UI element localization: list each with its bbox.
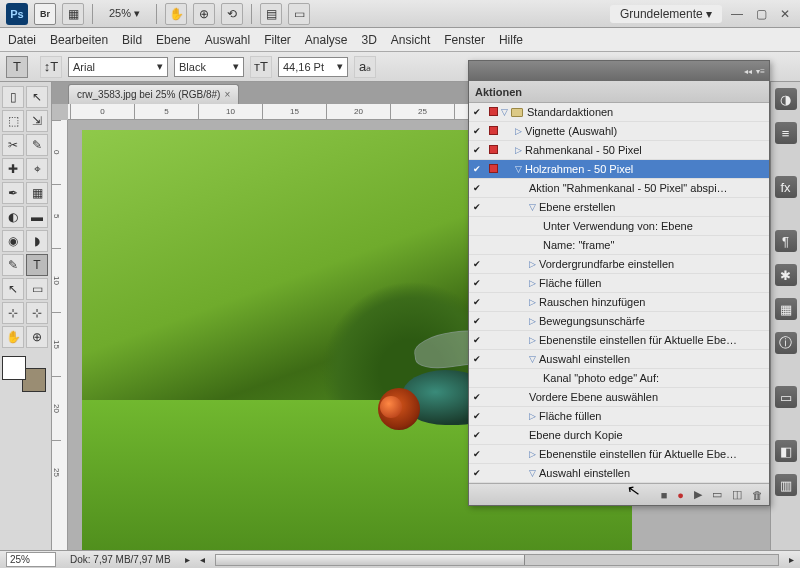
disclosure-icon[interactable]: ▽ [529, 468, 536, 478]
tool-eyedrop[interactable]: ✎ [26, 134, 48, 156]
tool-pen[interactable]: ✎ [2, 254, 24, 276]
action-row[interactable]: ✔Ebene durch Kopie [469, 426, 769, 445]
menu-datei[interactable]: Datei [8, 33, 36, 47]
workspace-selector[interactable]: Grundelemente ▾ [610, 5, 722, 23]
toggle-check[interactable]: ✔ [469, 335, 485, 345]
action-row[interactable]: ✔▷Ebenenstile einstellen für Aktuelle Eb… [469, 445, 769, 464]
screen-icon[interactable]: ▭ [288, 3, 310, 25]
tool-hand[interactable]: ✋ [2, 326, 24, 348]
menu-fenster[interactable]: Fenster [444, 33, 485, 47]
tool-shape[interactable]: ▭ [26, 278, 48, 300]
toggle-check[interactable]: ✔ [469, 278, 485, 288]
action-row[interactable]: ✔▷Vordergrundfarbe einstellen [469, 255, 769, 274]
disclosure-icon[interactable]: ▷ [529, 259, 536, 269]
modal-toggle[interactable] [485, 106, 501, 118]
dock-misc1-icon[interactable]: ▭ [775, 386, 797, 408]
tool-stamp[interactable]: ✒ [2, 182, 24, 204]
toggle-check[interactable]: ✔ [469, 449, 485, 459]
play-button[interactable]: ▶ [694, 488, 702, 501]
disclosure-icon[interactable]: ▷ [529, 335, 536, 345]
tool-move[interactable]: ▯ [2, 86, 24, 108]
rotate-icon[interactable]: ⟲ [221, 3, 243, 25]
toggle-check[interactable]: ✔ [469, 202, 485, 212]
menu-icon[interactable]: ▾≡ [756, 67, 765, 76]
toggle-check[interactable]: ✔ [469, 126, 485, 136]
menu-analyse[interactable]: Analyse [305, 33, 348, 47]
tool-lasso[interactable]: ⇲ [26, 110, 48, 132]
action-row[interactable]: Kanal "photo edge" Auf: [469, 369, 769, 388]
action-row[interactable]: Unter Verwendung von: Ebene [469, 217, 769, 236]
dock-swatches-icon[interactable]: ≡ [775, 122, 797, 144]
toggle-check[interactable]: ✔ [469, 468, 485, 478]
collapse-icon[interactable]: ◂◂ [744, 67, 752, 76]
menu-bild[interactable]: Bild [122, 33, 142, 47]
toggle-check[interactable]: ✔ [469, 297, 485, 307]
history-icon[interactable]: ▦ [62, 3, 84, 25]
action-row[interactable]: ✔Aktion "Rahmenkanal - 50 Pixel" abspi… [469, 179, 769, 198]
dock-styles-icon[interactable]: fx [775, 176, 797, 198]
text-orient-icon[interactable]: ↕T [40, 56, 62, 78]
toggle-check[interactable]: ✔ [469, 430, 485, 440]
menu-filter[interactable]: Filter [264, 33, 291, 47]
toggle-check[interactable]: ✔ [469, 259, 485, 269]
doc-info[interactable]: Dok: 7,97 MB/7,97 MB [66, 554, 175, 565]
tool-eraser[interactable]: ◐ [2, 206, 24, 228]
toggle-check[interactable]: ✔ [469, 145, 485, 155]
color-swatch[interactable] [2, 356, 46, 392]
minimize-button[interactable]: — [730, 7, 744, 21]
disclosure-icon[interactable]: ▽ [529, 354, 536, 364]
action-row[interactable]: ✔▽Auswahl einstellen [469, 464, 769, 483]
tab-close-icon[interactable]: × [224, 89, 230, 100]
disclosure-icon[interactable]: ▽ [501, 107, 508, 117]
action-row[interactable]: ✔▷Fläche füllen [469, 274, 769, 293]
zoom-input[interactable]: 25% [6, 552, 56, 567]
action-row[interactable]: ✔▷Rauschen hinzufügen [469, 293, 769, 312]
action-row[interactable]: ✔▽Holzrahmen - 50 Pixel [469, 160, 769, 179]
menu-bearbeiten[interactable]: Bearbeiten [50, 33, 108, 47]
disclosure-icon[interactable]: ▷ [529, 316, 536, 326]
tool-brush[interactable]: ⌖ [26, 158, 48, 180]
modal-toggle[interactable] [485, 125, 501, 137]
antialias-icon[interactable]: aₐ [354, 56, 376, 78]
menu-ebene[interactable]: Ebene [156, 33, 191, 47]
action-row[interactable]: ✔▷Fläche füllen [469, 407, 769, 426]
toggle-check[interactable]: ✔ [469, 411, 485, 421]
modal-toggle[interactable] [485, 144, 501, 156]
disclosure-icon[interactable]: ▷ [515, 126, 522, 136]
ps-icon[interactable]: Ps [6, 3, 28, 25]
font-family-select[interactable]: Arial▾ [68, 57, 168, 77]
tool-arrow[interactable]: ↖ [26, 86, 48, 108]
tool-path[interactable]: ↖ [2, 278, 24, 300]
disclosure-icon[interactable]: ▽ [515, 164, 522, 174]
dock-color-icon[interactable]: ◑ [775, 88, 797, 110]
tool-zoom[interactable]: ⊕ [26, 326, 48, 348]
tool-marquee[interactable]: ⬚ [2, 110, 24, 132]
scroll-left-icon[interactable]: ◂ [200, 554, 205, 565]
dock-misc3-icon[interactable]: ▥ [775, 474, 797, 496]
panel-tab-aktionen[interactable]: Aktionen [469, 81, 769, 103]
dock-layers-icon[interactable]: ▦ [775, 298, 797, 320]
dock-misc2-icon[interactable]: ◧ [775, 440, 797, 462]
action-row[interactable]: ✔▷Rahmenkanal - 50 Pixel [469, 141, 769, 160]
action-row[interactable]: ✔▽Ebene erstellen [469, 198, 769, 217]
action-row[interactable]: ✔▷Vignette (Auswahl) [469, 122, 769, 141]
dock-settings-icon[interactable]: ✱ [775, 264, 797, 286]
tool-history[interactable]: ▦ [26, 182, 48, 204]
zoom-icon[interactable]: ⊕ [193, 3, 215, 25]
font-size-select[interactable]: 44,16 Pt▾ [278, 57, 348, 77]
action-row[interactable]: ✔▷Bewegungsunschärfe [469, 312, 769, 331]
new-set-button[interactable]: ▭ [712, 488, 722, 501]
toggle-check[interactable]: ✔ [469, 392, 485, 402]
trash-button[interactable]: 🗑 [752, 489, 763, 501]
action-row[interactable]: ✔▽Standardaktionen [469, 103, 769, 122]
toggle-check[interactable]: ✔ [469, 354, 485, 364]
menu-hilfe[interactable]: Hilfe [499, 33, 523, 47]
action-row[interactable]: ✔Vordere Ebene auswählen [469, 388, 769, 407]
disclosure-icon[interactable]: ▷ [529, 297, 536, 307]
new-action-button[interactable]: ◫ [732, 488, 742, 501]
hand-icon[interactable]: ✋ [165, 3, 187, 25]
close-button[interactable]: ✕ [778, 7, 792, 21]
panel-dragbar[interactable]: ◂◂▾≡ [469, 61, 769, 81]
tool-3dcam[interactable]: ⊹ [26, 302, 48, 324]
disclosure-icon[interactable]: ▷ [529, 411, 536, 421]
